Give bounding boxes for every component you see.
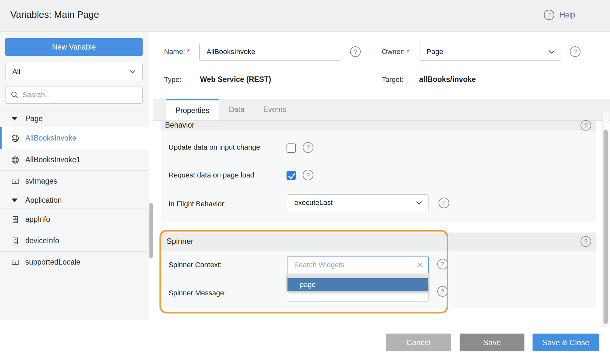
- tree-item-deviceinfo[interactable]: x deviceInfo: [0, 230, 148, 252]
- tab-properties[interactable]: Properties: [166, 99, 219, 120]
- tab-data[interactable]: Data: [219, 99, 254, 120]
- tree-item-supportedlocale[interactable]: x supportedLocale: [0, 252, 148, 273]
- inflight-behavior-label: In Flight Behavior:: [169, 200, 226, 208]
- tree-item-allbooksinvoke1[interactable]: AllBooksInvoke1: [0, 149, 148, 171]
- spinner-context-input[interactable]: [287, 261, 416, 269]
- svg-text:x: x: [14, 179, 17, 184]
- spinner-section-title: Spinner: [167, 237, 194, 246]
- owner-help-icon[interactable]: ?: [570, 46, 581, 57]
- main-scrollbar[interactable]: [602, 111, 609, 327]
- dropdown-empty-option[interactable]: [287, 274, 428, 278]
- tree-item-svimages[interactable]: x svImages: [0, 171, 148, 192]
- cancel-button[interactable]: Cancel: [386, 334, 451, 351]
- request-data-help-icon[interactable]: ?: [303, 170, 313, 180]
- variables-sidebar: New Variable All Page: [0, 32, 148, 320]
- update-data-help-icon[interactable]: ?: [303, 142, 313, 153]
- required-asterisk: *: [407, 48, 410, 56]
- behavior-section-header: Behavior ?: [161, 121, 596, 131]
- tree-group-page[interactable]: Page: [0, 110, 148, 127]
- owner-selected-value: Page: [427, 48, 443, 56]
- sidebar-scrollbar-thumb[interactable]: [149, 203, 153, 258]
- update-data-label: Update data on input change: [169, 143, 260, 152]
- owner-label: Owner:*: [382, 48, 409, 56]
- collection-icon: x: [11, 237, 19, 245]
- search-icon: [11, 91, 18, 99]
- save-button[interactable]: Save: [460, 334, 524, 351]
- name-help-icon[interactable]: ?: [350, 46, 361, 57]
- tree-group-application[interactable]: Application: [0, 192, 148, 209]
- chevron-down-icon: [129, 68, 136, 75]
- clear-icon[interactable]: ✕: [416, 261, 424, 269]
- spinner-section-body: Spinner Context: ✕ ? Spinner Message: ? …: [161, 251, 596, 308]
- variables-dialog: Variables: Main Page ? Help New Variable…: [0, 0, 610, 364]
- update-data-checkbox[interactable]: [287, 143, 296, 153]
- chevron-down-icon: [547, 48, 556, 56]
- tab-events[interactable]: Events: [254, 99, 295, 120]
- save-and-close-button[interactable]: Save & Close: [533, 334, 599, 351]
- check-icon: [288, 172, 296, 180]
- tree-item-appinfo[interactable]: x appInfo: [0, 209, 148, 230]
- detail-tabbar: Properties Data Events: [153, 99, 610, 121]
- request-data-checkbox[interactable]: [287, 171, 296, 180]
- svg-text:x: x: [15, 216, 17, 220]
- name-label: Name:*: [164, 48, 190, 56]
- request-data-label: Request data on page load: [169, 171, 254, 179]
- filter-selected-value: All: [12, 67, 20, 76]
- web-service-icon: [11, 134, 19, 142]
- spinner-section-header: Spinner ?: [161, 233, 596, 251]
- type-value: Web Service (REST): [200, 75, 271, 84]
- spinner-message-help-icon[interactable]: ?: [437, 286, 448, 297]
- chevron-down-icon: [415, 199, 423, 207]
- page-title: Variables: Main Page: [10, 9, 99, 20]
- required-asterisk: *: [187, 48, 190, 56]
- search-input[interactable]: [22, 91, 138, 99]
- spinner-context-dropdown: page: [287, 274, 428, 291]
- spinner-context-label: Spinner Context:: [169, 261, 222, 269]
- inflight-behavior-select[interactable]: executeLast: [287, 194, 428, 211]
- owner-select[interactable]: Page: [419, 43, 561, 61]
- main-scrollbar-thumb[interactable]: [604, 130, 608, 324]
- variable-icon: x: [11, 177, 19, 186]
- spinner-help-icon[interactable]: ?: [581, 236, 591, 247]
- properties-content: Behavior ? Update data on input change ?…: [153, 121, 610, 320]
- variable-search[interactable]: [5, 86, 143, 104]
- target-label: Target:: [382, 75, 404, 84]
- new-variable-button[interactable]: New Variable: [5, 38, 143, 56]
- variable-icon: x: [11, 258, 19, 267]
- variable-detail-panel: Name:* ? Owner:* Page ? Type: Web Servic…: [153, 0, 610, 364]
- behavior-section-title: Behavior: [165, 121, 194, 130]
- target-value: allBooks/invoke: [419, 75, 476, 84]
- spinner-message-label: Spinner Message:: [169, 289, 226, 297]
- tree-item-allbooksinvoke[interactable]: AllBooksInvoke: [0, 127, 148, 149]
- svg-text:x: x: [15, 238, 17, 241]
- inflight-help-icon[interactable]: ?: [439, 198, 449, 208]
- web-service-icon: [11, 156, 19, 164]
- spinner-context-help-icon[interactable]: ?: [437, 259, 448, 269]
- collection-icon: x: [11, 215, 19, 224]
- behavior-section-body: Update data on input change ? Request da…: [161, 131, 596, 222]
- variable-filter-select[interactable]: All: [5, 63, 143, 80]
- behavior-help-icon[interactable]: ?: [581, 120, 591, 131]
- name-field[interactable]: [199, 43, 342, 61]
- content-bottom-divider: [0, 320, 610, 320]
- svg-text:x: x: [14, 260, 17, 265]
- inflight-selected-value: executeLast: [294, 199, 333, 207]
- variable-tree: Page AllBooksInvoke AllBooksInvo: [0, 110, 148, 273]
- spinner-context-field[interactable]: ✕: [287, 256, 429, 273]
- type-label: Type:: [164, 75, 182, 84]
- caret-down-icon[interactable]: [12, 199, 18, 202]
- dropdown-option-page[interactable]: page: [287, 278, 428, 291]
- caret-down-icon[interactable]: [12, 117, 18, 120]
